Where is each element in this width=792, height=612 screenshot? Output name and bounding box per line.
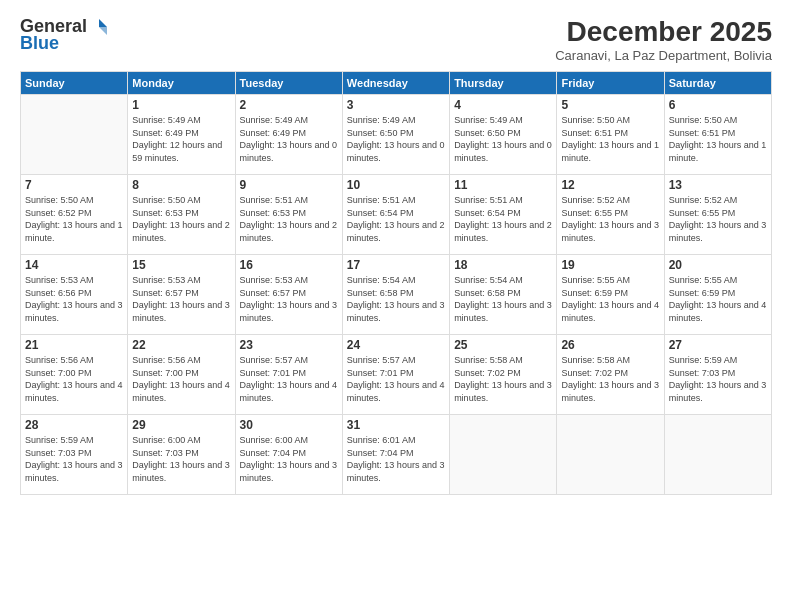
day-info-line: Sunset: 7:02 PM (454, 368, 521, 378)
day-info: Sunrise: 5:56 AMSunset: 7:00 PMDaylight:… (132, 354, 230, 404)
day-info-line: Sunrise: 5:50 AM (561, 115, 630, 125)
day-number: 13 (669, 178, 767, 192)
day-info-line: Daylight: 13 hours and 2 minutes. (240, 220, 338, 243)
day-info: Sunrise: 5:53 AMSunset: 6:56 PMDaylight:… (25, 274, 123, 324)
day-info-line: Sunrise: 5:58 AM (561, 355, 630, 365)
col-sunday: Sunday (21, 72, 128, 95)
calendar-header-row: Sunday Monday Tuesday Wednesday Thursday… (21, 72, 772, 95)
day-number: 3 (347, 98, 445, 112)
day-info-line: Daylight: 13 hours and 4 minutes. (347, 380, 445, 403)
day-info-line: Sunset: 6:50 PM (454, 128, 521, 138)
day-info-line: Sunset: 7:00 PM (25, 368, 92, 378)
day-number: 2 (240, 98, 338, 112)
table-row: 17Sunrise: 5:54 AMSunset: 6:58 PMDayligh… (342, 255, 449, 335)
day-info: Sunrise: 5:57 AMSunset: 7:01 PMDaylight:… (347, 354, 445, 404)
table-row: 30Sunrise: 6:00 AMSunset: 7:04 PMDayligh… (235, 415, 342, 495)
calendar-week-row: 21Sunrise: 5:56 AMSunset: 7:00 PMDayligh… (21, 335, 772, 415)
day-info-line: Sunrise: 5:59 AM (25, 435, 94, 445)
day-info-line: Sunset: 6:49 PM (240, 128, 307, 138)
day-info: Sunrise: 6:01 AMSunset: 7:04 PMDaylight:… (347, 434, 445, 484)
day-info-line: Sunrise: 5:51 AM (454, 195, 523, 205)
day-info-line: Daylight: 13 hours and 4 minutes. (132, 380, 230, 403)
day-info: Sunrise: 5:50 AMSunset: 6:51 PMDaylight:… (561, 114, 659, 164)
day-info-line: Daylight: 13 hours and 3 minutes. (347, 460, 445, 483)
svg-marker-0 (99, 19, 107, 27)
table-row (21, 95, 128, 175)
table-row: 16Sunrise: 5:53 AMSunset: 6:57 PMDayligh… (235, 255, 342, 335)
table-row: 24Sunrise: 5:57 AMSunset: 7:01 PMDayligh… (342, 335, 449, 415)
day-info-line: Sunset: 7:03 PM (669, 368, 736, 378)
day-info-line: Sunset: 6:51 PM (669, 128, 736, 138)
col-monday: Monday (128, 72, 235, 95)
day-number: 9 (240, 178, 338, 192)
svg-marker-1 (99, 27, 107, 35)
day-info-line: Sunset: 6:49 PM (132, 128, 199, 138)
day-info-line: Sunset: 7:01 PM (240, 368, 307, 378)
day-info-line: Sunrise: 5:53 AM (132, 275, 201, 285)
day-info-line: Sunset: 7:04 PM (240, 448, 307, 458)
day-info-line: Daylight: 13 hours and 1 minute. (669, 140, 767, 163)
col-saturday: Saturday (664, 72, 771, 95)
day-number: 30 (240, 418, 338, 432)
month-title: December 2025 (555, 16, 772, 48)
day-number: 17 (347, 258, 445, 272)
day-number: 5 (561, 98, 659, 112)
day-number: 20 (669, 258, 767, 272)
day-number: 16 (240, 258, 338, 272)
day-info-line: Sunset: 6:52 PM (25, 208, 92, 218)
col-thursday: Thursday (450, 72, 557, 95)
table-row: 19Sunrise: 5:55 AMSunset: 6:59 PMDayligh… (557, 255, 664, 335)
table-row (664, 415, 771, 495)
day-info-line: Sunrise: 5:50 AM (669, 115, 738, 125)
col-tuesday: Tuesday (235, 72, 342, 95)
day-info: Sunrise: 5:52 AMSunset: 6:55 PMDaylight:… (561, 194, 659, 244)
day-number: 11 (454, 178, 552, 192)
table-row: 18Sunrise: 5:54 AMSunset: 6:58 PMDayligh… (450, 255, 557, 335)
table-row: 1Sunrise: 5:49 AMSunset: 6:49 PMDaylight… (128, 95, 235, 175)
day-info-line: Daylight: 13 hours and 3 minutes. (561, 380, 659, 403)
day-info-line: Sunrise: 5:49 AM (132, 115, 201, 125)
day-info-line: Sunrise: 5:49 AM (240, 115, 309, 125)
table-row: 27Sunrise: 5:59 AMSunset: 7:03 PMDayligh… (664, 335, 771, 415)
day-info-line: Sunset: 7:02 PM (561, 368, 628, 378)
day-number: 29 (132, 418, 230, 432)
day-info-line: Sunrise: 5:49 AM (347, 115, 416, 125)
day-info-line: Sunset: 6:57 PM (240, 288, 307, 298)
day-info-line: Daylight: 13 hours and 3 minutes. (454, 300, 552, 323)
day-info-line: Sunrise: 6:00 AM (240, 435, 309, 445)
table-row: 7Sunrise: 5:50 AMSunset: 6:52 PMDaylight… (21, 175, 128, 255)
day-number: 10 (347, 178, 445, 192)
day-number: 22 (132, 338, 230, 352)
table-row: 12Sunrise: 5:52 AMSunset: 6:55 PMDayligh… (557, 175, 664, 255)
day-number: 27 (669, 338, 767, 352)
col-wednesday: Wednesday (342, 72, 449, 95)
table-row: 29Sunrise: 6:00 AMSunset: 7:03 PMDayligh… (128, 415, 235, 495)
day-info-line: Sunrise: 5:59 AM (669, 355, 738, 365)
day-info: Sunrise: 5:50 AMSunset: 6:53 PMDaylight:… (132, 194, 230, 244)
day-info-line: Sunset: 6:59 PM (669, 288, 736, 298)
day-number: 24 (347, 338, 445, 352)
table-row: 28Sunrise: 5:59 AMSunset: 7:03 PMDayligh… (21, 415, 128, 495)
day-info: Sunrise: 5:52 AMSunset: 6:55 PMDaylight:… (669, 194, 767, 244)
table-row: 11Sunrise: 5:51 AMSunset: 6:54 PMDayligh… (450, 175, 557, 255)
day-info-line: Daylight: 13 hours and 3 minutes. (240, 460, 338, 483)
table-row: 9Sunrise: 5:51 AMSunset: 6:53 PMDaylight… (235, 175, 342, 255)
day-info-line: Daylight: 13 hours and 0 minutes. (454, 140, 552, 163)
day-info-line: Daylight: 13 hours and 4 minutes. (25, 380, 123, 403)
day-number: 26 (561, 338, 659, 352)
table-row (557, 415, 664, 495)
day-info: Sunrise: 6:00 AMSunset: 7:04 PMDaylight:… (240, 434, 338, 484)
day-info-line: Daylight: 13 hours and 3 minutes. (669, 380, 767, 403)
table-row (450, 415, 557, 495)
table-row: 5Sunrise: 5:50 AMSunset: 6:51 PMDaylight… (557, 95, 664, 175)
day-info-line: Sunset: 6:58 PM (454, 288, 521, 298)
day-info-line: Daylight: 13 hours and 3 minutes. (561, 220, 659, 243)
day-info-line: Daylight: 13 hours and 4 minutes. (240, 380, 338, 403)
day-info-line: Sunset: 7:01 PM (347, 368, 414, 378)
day-info-line: Sunrise: 6:00 AM (132, 435, 201, 445)
day-info-line: Sunset: 6:58 PM (347, 288, 414, 298)
day-info-line: Sunrise: 5:52 AM (669, 195, 738, 205)
header: General Blue December 2025 Caranavi, La … (20, 16, 772, 63)
day-info-line: Daylight: 12 hours and 59 minutes. (132, 140, 222, 163)
day-info: Sunrise: 5:55 AMSunset: 6:59 PMDaylight:… (561, 274, 659, 324)
